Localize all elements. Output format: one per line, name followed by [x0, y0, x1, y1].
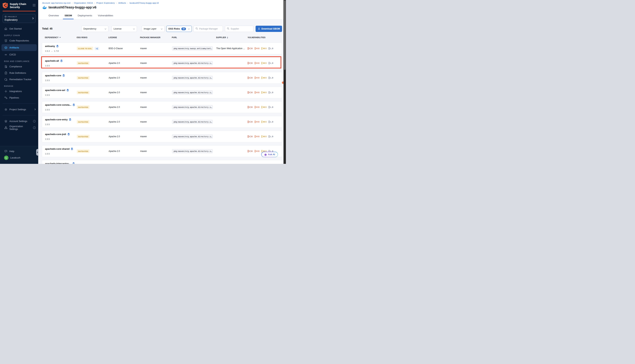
- layers-icon: [4, 120, 8, 123]
- download-sbom-button[interactable]: Download SBOM: [256, 26, 282, 32]
- scrollbar-thumb[interactable]: [284, 0, 286, 70]
- sidebar-item-help[interactable]: ? Help: [0, 148, 38, 154]
- purl-chip[interactable]: pkg:maven/org.apache.directory.s…: [172, 134, 213, 138]
- sort-both-icon: [227, 37, 228, 38]
- code-repo-icon: [4, 39, 8, 42]
- version: 1.5.5: [45, 138, 50, 140]
- version: 1.5.5: [45, 94, 50, 96]
- dependency-filter-dropdown[interactable]: Dependency: [81, 26, 108, 32]
- purl-chip[interactable]: pkg:maven/org.apache.directory.s…: [172, 120, 213, 124]
- table-row-apacheds-core-jndi[interactable]: apacheds-core-jndi 1.5.5 OUTDATED Apache…: [42, 131, 282, 142]
- layers-stack-icon: [63, 74, 65, 77]
- info-icon[interactable]: [33, 120, 36, 122]
- sidebar-item-get-started[interactable]: Get Started: [0, 26, 38, 32]
- sidebar-item-compliance[interactable]: Compliance: [0, 63, 38, 70]
- sidebar-item-remediation-tracker[interactable]: Remediation Tracker: [0, 76, 38, 82]
- sidebar-item-pipelines[interactable]: Pipelines: [0, 94, 38, 101]
- tab-overview[interactable]: Overview: [48, 12, 59, 19]
- package-manager-input[interactable]: [199, 28, 221, 30]
- table-row-apacheds-core-constants[interactable]: apacheds-core-consta... 1.5.5 OUTDATED A…: [42, 101, 282, 113]
- column-header-supplier[interactable]: SUPPLIER: [216, 36, 228, 38]
- column-header-dependency[interactable]: DEPENDENCY: [45, 36, 61, 38]
- purl-chip[interactable]: pkg:maven/org.apache.directory.s…: [172, 76, 213, 80]
- column-header-license: LICENSE: [108, 36, 117, 38]
- sidebar-item-integrations[interactable]: Integrations: [0, 88, 38, 94]
- column-header-vulnerabilities: VULNERABILITIES: [248, 36, 266, 38]
- package-manager-cell: maven: [140, 120, 147, 123]
- pipeline-nodes-icon: [4, 96, 8, 99]
- layers-stack-icon: [67, 133, 70, 136]
- vulnerability-counts: C0 H0 M0 L0: [248, 135, 276, 138]
- oss-risk-badge: OUTDATED: [77, 62, 89, 65]
- license-cell: Apache-2.0: [109, 135, 120, 138]
- download-icon: [258, 27, 260, 30]
- chevron-right-icon: [32, 17, 34, 20]
- oss-risks-filter-dropdown[interactable]: OSS Risks 03: [166, 26, 192, 32]
- layers-stack-icon: [56, 45, 59, 48]
- supplier-input[interactable]: [231, 28, 251, 30]
- package-wrench-icon: [4, 78, 8, 81]
- layers-stack-icon: [71, 148, 73, 150]
- sidebar-item-organization-settings[interactable]: Organization Settings: [0, 124, 38, 131]
- tab-sbom[interactable]: SBOM: [64, 12, 72, 19]
- page-scrollbar[interactable]: [284, 0, 286, 164]
- package-manager-cell: maven: [140, 62, 147, 64]
- chevron-down-icon: [105, 28, 106, 30]
- table-row-apacheds-interceptor[interactable]: apacheds-interceptor-... 1.5.5 OUTDATED …: [42, 160, 282, 164]
- sidebar-collapse-handle[interactable]: [36, 149, 38, 156]
- purl-chip[interactable]: pkg:maven/org.apache.directory.s…: [172, 90, 213, 94]
- vulnerability-counts: C0 H0 M0 L0: [248, 76, 276, 79]
- app-switcher-grid-icon[interactable]: [33, 4, 36, 7]
- tab-deployments[interactable]: Deployments: [77, 12, 93, 19]
- table-row-apacheds-all[interactable]: apacheds-all 1.5.5 OUTDATED Apache-2.0 m…: [42, 57, 282, 69]
- chevron-down-icon: [188, 28, 190, 30]
- package-manager-cell: maven: [140, 91, 147, 94]
- breadcrumb-artifact-name[interactable]: lavakush07/easy-buggy-app:v6: [130, 2, 159, 4]
- table-row-apacheds-core[interactable]: apacheds-core 1.5.5 OUTDATED Apache-2.0 …: [42, 72, 282, 84]
- license-filter-dropdown[interactable]: License: [112, 26, 137, 32]
- breadcrumb-organization[interactable]: Organization: SSCA: [74, 2, 93, 4]
- info-icon[interactable]: [33, 126, 36, 129]
- table-row-antisamy[interactable]: antisamy 1.5.31.7.8 CLOSE TO EOL+1 BSD-2…: [42, 42, 282, 54]
- oss-risk-more-badge[interactable]: +1: [95, 47, 99, 50]
- table-row-apacheds-core-avl[interactable]: apacheds-core-avl 1.5.5 OUTDATED Apache-…: [42, 86, 282, 98]
- purl-chip[interactable]: pkg:maven/org.apache.directory.s…: [172, 61, 213, 65]
- license-cell: Apache-2.0: [109, 106, 120, 108]
- breadcrumb-project[interactable]: Project: Exploratory: [96, 2, 115, 4]
- total-count: Total: 45: [42, 27, 53, 30]
- docker-whale-icon: [42, 6, 47, 9]
- user-menu[interactable]: L Lavakush: [0, 154, 38, 161]
- image-layer-filter-dropdown[interactable]: Image Layer: [142, 26, 165, 32]
- purl-chip[interactable]: pkg:maven/org.apache.directory.s…: [172, 105, 213, 109]
- table-row-apacheds-core-entry[interactable]: apacheds-core-entry 1.5.5 OUTDATED Apach…: [42, 116, 282, 128]
- sidebar-item-project-settings[interactable]: Project Settings: [0, 106, 38, 113]
- breadcrumb-account[interactable]: Account: app-harness-ng-cicd: [42, 2, 70, 4]
- oss-risk-badge: OUTDATED: [77, 91, 89, 94]
- supplier-cell: The Open Web Application ...: [216, 47, 245, 50]
- purl-chip[interactable]: pkg:maven/org.owasp.antisamy/ant…: [172, 46, 213, 50]
- project-label: PROJECT: [8, 16, 17, 18]
- app-logo: Supply Chain Security: [0, 0, 38, 9]
- project-selector[interactable]: PROJECT Exploratory: [3, 14, 36, 23]
- sidebar-item-rule-definitions[interactable]: Rule Definitions: [0, 70, 38, 76]
- ask-ai-button[interactable]: Ask AI: [261, 152, 278, 157]
- dependency-name: apacheds-core-entry: [45, 118, 68, 121]
- sidebar-item-account-settings[interactable]: Account Settings: [0, 118, 38, 124]
- oss-risk-badge: OUTDATED: [77, 106, 89, 109]
- robot-face-icon: [264, 153, 267, 156]
- sidebar-item-cicd[interactable]: ∞ CI/CD: [0, 51, 38, 58]
- table-row-apacheds-core-shared[interactable]: apacheds-core-shared 1.5.5 OUTDATED Apac…: [42, 145, 282, 157]
- chat-question-icon: ?: [4, 150, 8, 153]
- version: 1.5.5: [45, 123, 50, 126]
- version: 1.5.5: [45, 153, 50, 155]
- breadcrumb-separator: [94, 2, 95, 4]
- sidebar-item-artifacts[interactable]: Artifacts: [2, 44, 37, 51]
- sidebar-item-code-repositories[interactable]: Code Repositories: [0, 38, 38, 44]
- layers-stack-icon: [72, 162, 75, 164]
- breadcrumb-artifacts[interactable]: Artifacts: [118, 2, 126, 4]
- column-header-purl: PURL: [172, 36, 177, 38]
- sidebar-nav: Get Started SUPPLY CHAIN Code Repositori…: [0, 26, 38, 131]
- tab-vulnerabilities[interactable]: Vulnerabilities: [98, 12, 114, 19]
- purl-chip[interactable]: pkg:maven/org.apache.directory.s…: [172, 149, 213, 153]
- package-manager-cell: maven: [140, 76, 147, 79]
